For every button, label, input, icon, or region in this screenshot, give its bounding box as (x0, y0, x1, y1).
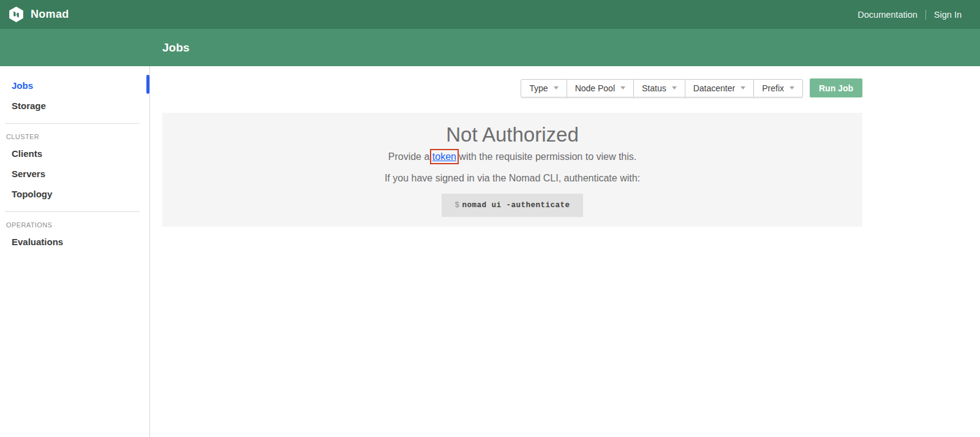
filter-prefix-dropdown[interactable]: Prefix (753, 79, 803, 97)
sidebar-scrollbar-thumb[interactable] (146, 75, 149, 94)
brand[interactable]: Nomad (8, 6, 69, 23)
filter-node-pool-label: Node Pool (575, 83, 615, 93)
sidebar-divider (5, 123, 140, 124)
filter-node-pool-dropdown[interactable]: Node Pool (567, 79, 634, 97)
chevron-down-icon (620, 86, 625, 89)
sidebar-divider (5, 211, 140, 212)
token-message: Provide a token with the requisite permi… (162, 150, 862, 164)
token-message-suffix: with the requisite permission to view th… (456, 151, 636, 162)
chevron-down-icon (790, 86, 794, 89)
nomad-logo-icon (8, 6, 24, 23)
topnav-separator (925, 10, 926, 20)
brand-name: Nomad (31, 8, 69, 21)
token-message-prefix: Provide a (388, 151, 432, 162)
filter-type-dropdown[interactable]: Type (521, 79, 567, 97)
sidebar-item-storage[interactable]: Storage (12, 96, 149, 116)
filter-datacenter-dropdown[interactable]: Datacenter (685, 79, 754, 97)
sign-in-link[interactable]: Sign In (934, 10, 962, 20)
sidebar-section-cluster-heading: CLUSTER (6, 131, 149, 144)
filter-datacenter-label: Datacenter (693, 83, 735, 93)
cli-command-code: $nomad ui -authenticate (442, 194, 582, 217)
filter-prefix-label: Prefix (762, 83, 784, 93)
sidebar-item-topology[interactable]: Topology (12, 184, 149, 205)
not-authorized-panel: Not Authorized Provide a token with the … (162, 113, 862, 227)
run-job-button[interactable]: Run Job (810, 78, 862, 97)
token-link[interactable]: token (432, 151, 456, 162)
sidebar-section-operations-heading: OPERATIONS (6, 219, 149, 232)
sidebar-item-evaluations[interactable]: Evaluations (12, 232, 149, 253)
chevron-down-icon (554, 86, 559, 89)
filter-status-dropdown[interactable]: Status (633, 79, 685, 97)
sidebar-item-servers[interactable]: Servers (12, 164, 149, 184)
main-content: Type Node Pool Status Datacenter Prefix (150, 66, 980, 437)
shell-prompt: $ (454, 201, 459, 210)
filter-type-label: Type (529, 83, 548, 93)
documentation-link[interactable]: Documentation (858, 10, 918, 20)
page-header: Jobs (0, 29, 980, 66)
chevron-down-icon (741, 86, 745, 89)
sidebar-item-jobs[interactable]: Jobs (12, 76, 149, 96)
not-authorized-title: Not Authorized (162, 122, 862, 147)
filter-status-label: Status (642, 83, 666, 93)
jobs-toolbar: Type Node Pool Status Datacenter Prefix (162, 78, 862, 97)
top-navigation-bar: Nomad Documentation Sign In (0, 0, 980, 29)
filter-group: Type Node Pool Status Datacenter Prefix (521, 79, 803, 97)
page-title: Jobs (162, 41, 189, 55)
topnav-links: Documentation Sign In (858, 10, 962, 20)
content-layout: Jobs Storage CLUSTER Clients Servers Top… (0, 66, 980, 437)
sidebar-item-clients[interactable]: Clients (12, 144, 149, 164)
sidebar: Jobs Storage CLUSTER Clients Servers Top… (0, 66, 150, 437)
chevron-down-icon (672, 86, 677, 89)
cli-command: nomad ui -authenticate (462, 201, 570, 210)
cli-message: If you have signed in via the Nomad CLI,… (162, 171, 862, 186)
